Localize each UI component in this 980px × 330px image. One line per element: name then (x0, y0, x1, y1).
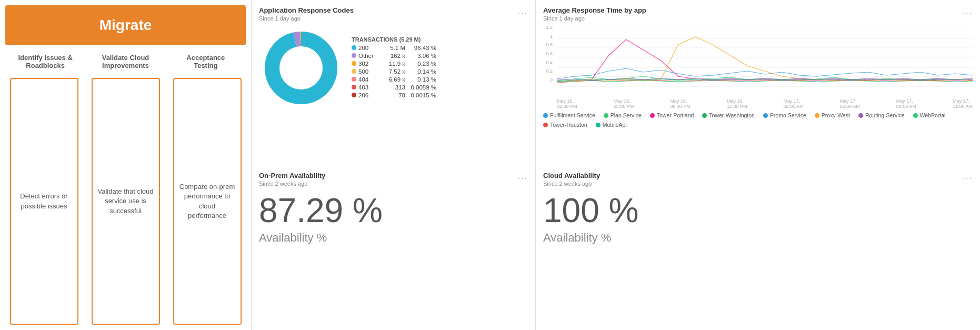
step-validate: Validate Cloud Improvements (94, 54, 157, 69)
transactions-label: TRANSACTIONS (5.29 M) (352, 36, 528, 43)
steps-row: Identify Issues & Roadblocks Validate Cl… (5, 51, 246, 73)
legend-count: 313 (379, 84, 405, 91)
cloud-avail-container: 100 % Availability % (543, 187, 973, 245)
on-prem-avail-container: 87.29 % Availability % (259, 187, 528, 245)
legend-dot (352, 77, 356, 82)
cloud-avail-title: Cloud Availability (543, 172, 600, 179)
chart-area: TRANSACTIONS (5.29 M) 200 5.1 M 96.43 % … (259, 26, 528, 110)
legend-count: 5.1 M (379, 45, 405, 51)
y-axis: 1.210.80.60.40.20 (543, 25, 553, 83)
on-prem-more[interactable]: ... (518, 172, 528, 181)
legend-code: 200 (358, 45, 377, 51)
chart-legend-item: MobileApi (596, 122, 627, 128)
legend-row: Other 162 k 3.06 % (352, 53, 528, 59)
card-validate-cloud: Validate that cloud service use is succe… (92, 78, 160, 325)
chart-legend-dot (763, 113, 768, 118)
left-panel: Migrate Identify Issues & Roadblocks Val… (0, 0, 252, 330)
legend-code: Other (358, 53, 377, 59)
migrate-title: Migrate (99, 17, 152, 33)
app-response-subtitle: Since 1 day ago (259, 15, 354, 22)
avg-response-title: Average Response Time by app (543, 6, 646, 14)
legend-code: 403 (358, 84, 377, 91)
chart-legend-label: WebPortal (920, 112, 946, 118)
legend-dot (352, 85, 356, 89)
legend-count: 78 (379, 92, 405, 98)
chart-legend-dot (650, 113, 655, 118)
app-response-codes-panel: Application Response Codes Since 1 day a… (252, 0, 535, 165)
legend-code: 404 (358, 76, 377, 83)
chart-legend-item: Tower-Washington (702, 112, 755, 118)
legend-code: 302 (358, 61, 377, 67)
on-prem-subtitle: Since 2 weeks ago (259, 181, 325, 187)
avg-response-panel: Average Response Time by app Since 1 day… (536, 0, 980, 165)
legend-pct: 0.0015 % (407, 92, 436, 98)
chart-legend-dot (702, 113, 707, 118)
legend-dot (352, 61, 356, 66)
chart-legend-item: Promo Service (763, 112, 806, 118)
chart-legend-label: Tower-Portland (657, 112, 694, 118)
chart-legend-item: WebPortal (913, 112, 946, 118)
legend-pct: 0.14 % (407, 68, 436, 75)
on-prem-title: On-Prem Availability (259, 172, 325, 179)
chart-legend-dot (543, 113, 548, 118)
app-response-more[interactable]: ... (518, 6, 528, 16)
chart-body: May 16,02:00 PM May 16,05:00 PM May 16,0… (557, 25, 973, 109)
legend-count: 11.9 k (379, 61, 405, 67)
legend-row: 403 313 0.0059 % (352, 84, 528, 91)
chart-legend-dot (858, 113, 863, 118)
chart-legend-label: Plan Service (611, 112, 642, 118)
on-prem-label: Availability % (259, 231, 327, 245)
cards-row: Detect errors or possible issues Validat… (5, 78, 246, 325)
legend-row: 302 11.9 k 0.23 % (352, 61, 528, 67)
chart-legend-item: Fulfillment Service (543, 112, 595, 118)
chart-legend-label: Routing-Service (865, 112, 905, 118)
chart-legend-item: Plan Service (604, 112, 642, 118)
line-chart-area: 1.210.80.60.40.20 (543, 25, 973, 109)
chart-legend-label: Fulfillment Service (550, 112, 595, 118)
legend-code: 500 (358, 68, 377, 75)
legend-row: 200 5.1 M 96.43 % (352, 45, 528, 51)
avg-response-subtitle: Since 1 day ago (543, 15, 646, 22)
chart-legend-item: Proxy-West (815, 112, 850, 118)
legend-dot (352, 69, 356, 74)
legend-pct: 3.06 % (407, 53, 436, 59)
legend-pct: 0.13 % (407, 76, 436, 83)
line-chart (557, 29, 973, 97)
svg-point-3 (281, 48, 321, 88)
legend-count: 7.52 k (379, 68, 405, 75)
legend-dot (352, 93, 356, 97)
chart-legend-dot (913, 113, 918, 118)
x-axis-labels: May 16,02:00 PM May 16,05:00 PM May 16,0… (557, 98, 973, 109)
legend-dot (352, 53, 356, 58)
chart-legend-label: Proxy-West (822, 112, 850, 118)
cloud-avail-subtitle: Since 2 weeks ago (543, 181, 600, 187)
right-panel: Average Response Time by app Since 1 day… (536, 0, 980, 330)
app-response-title: Application Response Codes (259, 6, 354, 14)
on-prem-value: 87.29 % (259, 192, 383, 229)
chart-legend-dot (596, 123, 601, 127)
chart-legend-label: Tower-Houston (550, 122, 587, 128)
legend-row: 500 7.52 k 0.14 % (352, 68, 528, 75)
middle-panel: Application Response Codes Since 1 day a… (252, 0, 536, 330)
legend-row: 206 78 0.0015 % (352, 92, 528, 98)
legend-table: TRANSACTIONS (5.29 M) 200 5.1 M 96.43 % … (352, 36, 528, 98)
avg-response-more[interactable]: ... (963, 6, 973, 16)
legend-area: TRANSACTIONS (5.29 M) 200 5.1 M 96.43 % … (352, 36, 528, 100)
chart-legend-dot (543, 123, 548, 127)
chart-legend-item: Tower-Portland (650, 112, 694, 118)
migrate-header: Migrate (5, 5, 246, 45)
legend-pct: 0.0059 % (407, 84, 436, 91)
legend-dot (352, 45, 356, 50)
legend-row: 404 6.69 k 0.13 % (352, 76, 528, 83)
legend-pct: 96.43 % (407, 45, 436, 51)
cloud-avail-more[interactable]: ... (963, 172, 973, 181)
chart-legend-label: Tower-Washington (709, 112, 755, 118)
cloud-avail-value: 100 % (543, 192, 638, 229)
chart-legend-item: Routing-Service (858, 112, 905, 118)
donut-chart (259, 26, 343, 110)
chart-legend-label: MobileApi (603, 122, 627, 128)
chart-legend-label: Promo Service (770, 112, 806, 118)
on-prem-avail-panel: On-Prem Availability Since 2 weeks ago .… (252, 165, 535, 330)
card-compare: Compare on-prem performance to cloud per… (173, 78, 242, 325)
chart-legend-dot (815, 113, 819, 118)
